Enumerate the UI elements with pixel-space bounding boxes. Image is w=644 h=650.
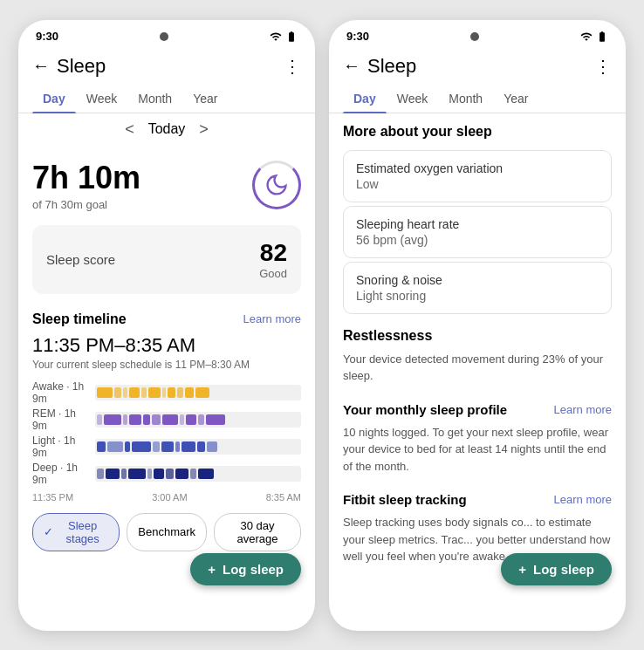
status-bar-right: 9:30 (329, 20, 626, 48)
fitbit-tracking-learn-more[interactable]: Learn more (554, 493, 612, 506)
awake-label: Awake · 1h 9m (32, 380, 88, 405)
rem-bar (95, 412, 301, 428)
page-title-left: Sleep (57, 55, 277, 78)
benchmark-button[interactable]: Benchmark (127, 513, 207, 551)
oxygen-variation-value: Low (356, 177, 599, 191)
time-mid: 3:00 AM (152, 492, 187, 503)
deep-label: Deep · 1h 9m (32, 462, 88, 486)
page-title-right: Sleep (367, 55, 587, 78)
sleep-schedule-note: Your current sleep schedule is 11 PM–8:3… (18, 359, 315, 378)
more-menu-right[interactable]: ⋮ (594, 56, 612, 77)
light-bar (95, 439, 301, 455)
tab-day-right[interactable]: Day (343, 85, 387, 113)
back-button-right[interactable]: ← (343, 56, 360, 76)
oxygen-variation-title: Estimated oxygen variation (356, 161, 599, 175)
bottom-filter-buttons: ✓ Sleep stages Benchmark 30 day average (18, 506, 315, 558)
rem-label: REM · 1h 9m (32, 407, 88, 432)
timeline-title: Sleep timeline (32, 311, 127, 327)
tabs-left: Day Week Month Year (18, 85, 315, 113)
status-icons-right (580, 31, 608, 43)
tab-month-right[interactable]: Month (438, 85, 493, 113)
date-navigation: < Today > (18, 113, 315, 146)
tab-week-left[interactable]: Week (76, 85, 128, 113)
tab-year-left[interactable]: Year (182, 85, 228, 113)
header-left: ← Sleep ⋮ (18, 48, 315, 85)
score-card: Sleep score 82 Good (32, 225, 301, 294)
sleep-circle-icon (252, 161, 301, 209)
timeline-row-rem: REM · 1h 9m (32, 407, 301, 432)
timeline-section-header: Sleep timeline Learn more (18, 301, 315, 331)
time-start: 11:35 PM (32, 492, 73, 503)
log-sleep-label-right: Log sleep (533, 562, 594, 577)
log-sleep-icon-left: + (208, 562, 216, 577)
sleep-goal-text: of 7h 30m goal (32, 198, 140, 211)
deep-bar (95, 466, 301, 482)
score-value-block: 82 Good (259, 239, 287, 280)
heart-rate-card: Sleeping heart rate 56 bpm (avg) (343, 206, 612, 258)
time-right: 9:30 (346, 30, 369, 43)
next-date-button[interactable]: > (199, 120, 209, 139)
back-button-left[interactable]: ← (32, 56, 50, 76)
log-sleep-fab-left[interactable]: + Log sleep (190, 553, 301, 585)
monthly-profile-header: Your monthly sleep profile Learn more (329, 392, 626, 421)
header-right: ← Sleep ⋮ (329, 48, 626, 85)
right-phone: 9:30 ← Sleep ⋮ Day Week Month Year More … (329, 20, 626, 631)
sleep-hours: 7h (32, 160, 69, 195)
tab-day-left[interactable]: Day (32, 85, 76, 113)
score-description: Good (259, 267, 287, 280)
time-left: 9:30 (36, 30, 58, 43)
current-date-label: Today (148, 121, 186, 137)
sleep-stages-label: Sleep stages (57, 519, 108, 545)
light-label: Light · 1h 9m (32, 434, 88, 459)
sleep-minutes: 10m (78, 160, 140, 195)
awake-bar (95, 385, 301, 400)
more-about-sleep-title: More about your sleep (329, 113, 626, 147)
sleep-duration-block: 7h 10m of 7h 30m goal (18, 146, 315, 218)
status-icons-left (270, 31, 298, 43)
heart-rate-value: 56 bpm (avg) (356, 233, 599, 247)
timeline-learn-more[interactable]: Learn more (243, 312, 301, 325)
30-day-avg-button[interactable]: 30 day average (214, 513, 301, 551)
tabs-right: Day Week Month Year (329, 85, 626, 113)
timeline-row-awake: Awake · 1h 9m (32, 380, 301, 405)
score-label: Sleep score (46, 252, 115, 267)
log-sleep-label-left: Log sleep (223, 562, 284, 577)
log-sleep-fab-right[interactable]: + Log sleep (501, 553, 612, 585)
monthly-profile-title: Your monthly sleep profile (343, 402, 507, 417)
prev-date-button[interactable]: < (125, 120, 134, 139)
left-phone: 9:30 ← Sleep ⋮ Day Week Month Year < Tod… (18, 20, 315, 631)
snoring-value: Light snoring (356, 289, 599, 303)
fitbit-tracking-title: Fitbit sleep tracking (343, 492, 467, 507)
time-end: 8:35 AM (266, 492, 301, 503)
restlessness-text: Your device detected movement during 23%… (329, 347, 626, 392)
status-bar-left: 9:30 (18, 20, 315, 48)
sleep-time-range: 11:35 PM–8:35 AM (18, 331, 315, 359)
score-value: 82 (259, 239, 287, 267)
restlessness-title: Restlessness (343, 328, 432, 344)
fitbit-tracking-header: Fitbit sleep tracking Learn more (329, 482, 626, 510)
heart-rate-title: Sleeping heart rate (356, 217, 599, 231)
oxygen-variation-card: Estimated oxygen variation Low (343, 150, 612, 202)
monthly-profile-learn-more[interactable]: Learn more (554, 403, 612, 416)
log-sleep-icon-right: + (518, 562, 526, 577)
monthly-profile-text: 10 nights logged. To get your next sleep… (329, 421, 626, 482)
sleep-stages-check: ✓ (44, 525, 53, 538)
more-menu-left[interactable]: ⋮ (284, 56, 301, 77)
timeline-bars: Awake · 1h 9m (18, 380, 315, 486)
timeline-row-light: Light · 1h 9m (32, 434, 301, 459)
camera-dot-right (470, 32, 479, 41)
restlessness-header: Restlessness (329, 318, 626, 347)
timeline-time-markers: 11:35 PM 3:00 AM 8:35 AM (18, 489, 315, 506)
tab-week-right[interactable]: Week (387, 85, 439, 113)
tab-month-left[interactable]: Month (127, 85, 182, 113)
tab-year-right[interactable]: Year (493, 85, 538, 113)
timeline-row-deep: Deep · 1h 9m (32, 462, 301, 486)
snoring-card: Snoring & noise Light snoring (343, 262, 612, 314)
sleep-stages-button[interactable]: ✓ Sleep stages (32, 513, 120, 551)
sleep-duration-text: 7h 10m (32, 160, 140, 196)
camera-dot-left (160, 32, 168, 41)
snoring-title: Snoring & noise (356, 273, 599, 287)
